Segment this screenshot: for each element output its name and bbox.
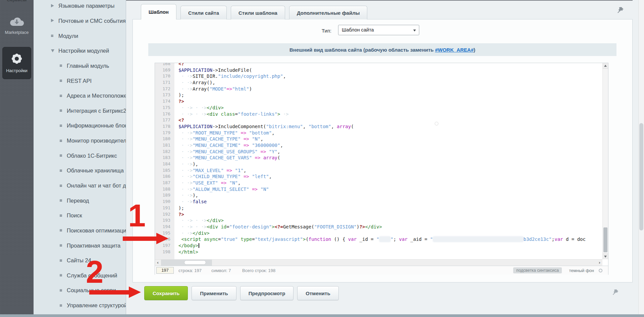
line-number: 170 [155, 73, 170, 80]
menu-item[interactable]: Главный модуль [34, 58, 126, 73]
menu-item[interactable]: Проактивная защита [34, 238, 126, 253]
code-line: · ·>"ALLOW_MULTI_SELECT" => "N" [178, 186, 603, 193]
tab-site-styles[interactable]: Стили сайта [180, 6, 227, 19]
code-line: </body> [178, 243, 603, 249]
expand-arrow-icon[interactable] [51, 19, 54, 22]
line-number: 174 [155, 98, 170, 105]
bullet-icon [60, 229, 62, 231]
code-line: · ·> · ·><div class="footer-links"> ·> [178, 111, 603, 117]
sidebar-item-marketplace[interactable]: Marketplace [0, 16, 34, 35]
bitrix-admin-screen: Сервисы Marketplace Настройки Я [0, 0, 644, 317]
save-button[interactable]: Сохранить [144, 286, 188, 300]
pin-footer-button[interactable] [612, 288, 620, 297]
preview-button[interactable]: Предпросмотр [240, 286, 294, 300]
menu-item[interactable]: Поисковая оптимизаци [34, 223, 126, 238]
rail-clipped-label: Сервисы [0, 0, 34, 2]
apply-button[interactable]: Применить [192, 286, 236, 300]
arrow-up-icon [604, 65, 607, 67]
line-number: 183 [155, 155, 170, 161]
code-line: · ·>"MENU_CACHE_GET_VARS" => array( [178, 155, 603, 161]
menu-item[interactable]: Облако 1С-Битрикс [34, 148, 126, 163]
menu-item[interactable]: Информационные блок [34, 118, 126, 133]
menu-item-label: Поиск [67, 212, 82, 219]
menu-item-label: Адреса и Местоположе [67, 93, 126, 99]
bullet-icon [60, 169, 62, 172]
page-scroll-thumb[interactable] [639, 123, 643, 230]
line-number: 184 [155, 161, 170, 167]
menu-item[interactable]: Облачные хранилища [34, 163, 126, 178]
menu-item[interactable]: Управление структурой [34, 298, 126, 313]
goto-line-input[interactable]: 197 [156, 267, 174, 274]
line-number: 198 [155, 249, 170, 255]
bullet-icon [60, 95, 62, 97]
code-line: · ·> · ·><div id="footer-design"><?=GetM… [178, 224, 603, 230]
editor-horizontal-scrollbar[interactable]: ‹ › [155, 259, 602, 266]
menu-item[interactable]: Языковые параметры [34, 0, 126, 13]
bullet-icon [60, 109, 62, 112]
tab-template[interactable]: Шаблон [141, 4, 176, 19]
work-area-link[interactable]: #WORK_AREA# [435, 47, 474, 53]
type-select[interactable]: Шаблон сайта [338, 25, 419, 35]
menu-item-label: Управление структурой [67, 302, 126, 309]
left-rail: Сервисы Marketplace Настройки [0, 0, 34, 314]
cursor-halo-artifact [435, 122, 438, 125]
syntax-highlight-toggle[interactable]: подсветка синтаксиса [513, 267, 562, 273]
line-number: 185 [155, 167, 170, 174]
editor-vertical-scrollbar[interactable] [602, 63, 608, 259]
line-number: 169 [155, 67, 170, 73]
code-editor: 1681691701711721731741751761771781791801… [155, 63, 608, 275]
menu-item[interactable]: Интеграция с Битрикс2 [34, 103, 126, 118]
dark-theme-toggle[interactable] [599, 269, 602, 272]
sidebar-item-settings[interactable]: Настройки [2, 47, 31, 79]
expand-arrow-icon[interactable] [51, 4, 54, 7]
menu-item[interactable]: Монитор производител [34, 133, 126, 148]
menu-item[interactable]: Поиск [34, 208, 126, 223]
menu-item-label: Монитор производител [67, 138, 126, 144]
tab-additional-files[interactable]: Дополнительные файлы [289, 6, 368, 19]
cancel-button[interactable]: Отменить [297, 286, 338, 300]
page-scrollbar[interactable] [638, 0, 644, 314]
code-line: $APPLICATION->IncludeFile( [178, 67, 603, 73]
menu-item-label: Главный модуль [67, 62, 109, 69]
tab-template-styles[interactable]: Стили шаблона [231, 6, 285, 19]
scroll-down-button[interactable] [603, 254, 608, 259]
line-number: 180 [155, 136, 170, 142]
annotation-arrow-2 [89, 290, 129, 295]
menu-item[interactable]: Онлайн чат и чат бот д [34, 178, 126, 193]
vertical-scroll-thumb[interactable] [603, 227, 607, 252]
editor-header: Внешний вид шаблона сайта (рабочую облас… [148, 43, 616, 56]
arrow-down-icon [604, 256, 607, 258]
line-number: 171 [155, 80, 170, 86]
dark-theme-label: темный фон [569, 268, 594, 273]
line-number: 175 [155, 105, 170, 111]
template-editor-panel: Тип: Шаблон сайта Внешний вид шаблона са… [132, 19, 633, 282]
code-line: · ·>"USE_EXT" => "N", [178, 180, 603, 186]
menu-item[interactable]: Настройки модулей [34, 43, 126, 58]
menu-item[interactable]: Модули [34, 28, 126, 43]
pin-panel-button[interactable] [616, 5, 625, 15]
editor-header-text-after: ) [474, 47, 475, 53]
menu-item[interactable]: Почтовые и СМС события [34, 13, 126, 29]
horizontal-scroll-thumb[interactable] [184, 260, 206, 265]
bullet-icon [60, 140, 62, 142]
pushpin-icon [616, 5, 625, 14]
code-line: <? [178, 63, 603, 67]
menu-item[interactable]: REST API [34, 73, 126, 88]
code-line: $APPLICATION->IncludeComponent("bitrix:m… [178, 123, 603, 130]
collapse-arrow-icon[interactable] [51, 49, 54, 52]
scroll-up-button[interactable] [603, 63, 608, 69]
bullet-icon [60, 259, 62, 262]
code-area[interactable]: <?$APPLICATION->IncludeFile( · ·>SITE_DI… [174, 63, 603, 259]
bullet-icon [60, 214, 62, 217]
menu-item[interactable]: Адреса и Местоположе [34, 88, 126, 103]
scroll-left-button[interactable]: ‹ [155, 260, 161, 266]
menu-item[interactable]: Служба сообщений [34, 268, 126, 283]
menu-item[interactable]: Перевод [34, 193, 126, 208]
bullet-icon [60, 274, 62, 276]
code-line: · ·>Array(), [178, 80, 603, 86]
scroll-right-button[interactable]: › [597, 260, 602, 266]
menu-item[interactable]: Сайты 24 [34, 253, 126, 268]
menu-item-label: Онлайн чат и чат бот д [67, 182, 126, 189]
bullet-icon [60, 199, 62, 202]
line-number: 189 [155, 192, 170, 199]
